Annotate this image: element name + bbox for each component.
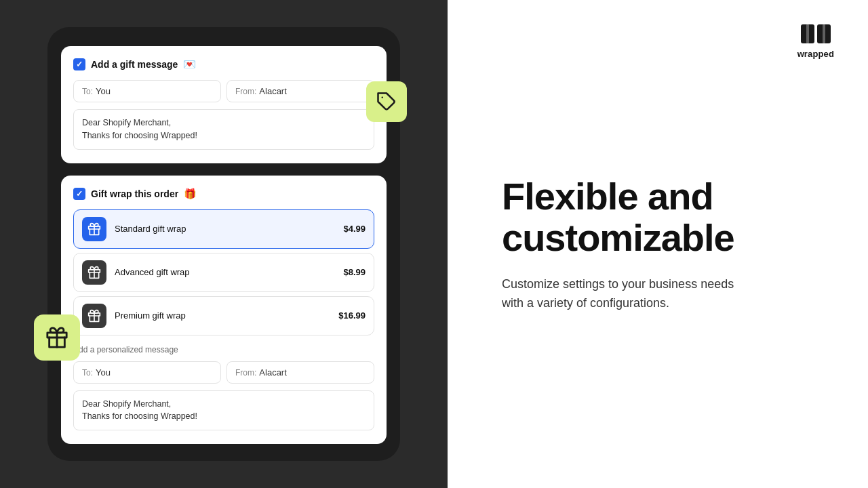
svg-rect-12 bbox=[823, 24, 825, 43]
card1-to-field[interactable]: To:You bbox=[73, 80, 221, 102]
card2-message[interactable]: Dear Shopify Merchant,Thanks for choosin… bbox=[73, 390, 374, 431]
wrap-option-standard[interactable]: Standard gift wrap $4.99 bbox=[73, 209, 374, 249]
card1-message[interactable]: Dear Shopify Merchant,Thanks for choosin… bbox=[73, 109, 374, 150]
phone-mockup: Add a gift message 💌 To:You From:Alacart… bbox=[47, 27, 400, 461]
tag-icon-float bbox=[366, 81, 407, 122]
card2-to-field[interactable]: To:You bbox=[73, 361, 221, 384]
logo-text: wrapped bbox=[797, 49, 834, 59]
card2-title: Gift wrap this order bbox=[91, 188, 178, 199]
wrap-label-standard: Standard gift wrap bbox=[115, 224, 335, 234]
card2-to-label: To: bbox=[82, 368, 93, 378]
card2-fields-row: To:You From:Alacart bbox=[73, 361, 374, 384]
wrap-option-premium[interactable]: Premium gift wrap $16.99 bbox=[73, 296, 374, 336]
card1-from-label: From: bbox=[235, 87, 256, 96]
card1-to-label: To: bbox=[82, 87, 93, 96]
personalized-label: Add a personalized message bbox=[73, 345, 374, 354]
left-panel: Add a gift message 💌 To:You From:Alacart… bbox=[0, 0, 448, 488]
wrap-icon-advanced bbox=[82, 260, 106, 285]
card1-emoji: 💌 bbox=[183, 58, 196, 70]
card1-header: Add a gift message 💌 bbox=[73, 58, 374, 70]
card2-from-label: From: bbox=[235, 368, 256, 378]
gift-wrap-card: Gift wrap this order 🎁 St bbox=[61, 176, 387, 445]
wrap-icon-premium bbox=[82, 304, 106, 328]
wrap-label-premium: Premium gift wrap bbox=[115, 310, 330, 321]
card1-from-field[interactable]: From:Alacart bbox=[226, 80, 374, 102]
wrap-price-premium: $16.99 bbox=[338, 310, 366, 321]
headline: Flexible andcustomizable bbox=[502, 176, 821, 259]
svg-rect-11 bbox=[806, 24, 809, 43]
card1-title: Add a gift message bbox=[91, 59, 178, 70]
card2-from-field[interactable]: From:Alacart bbox=[226, 361, 374, 384]
card2-to-value: You bbox=[96, 367, 111, 378]
wrap-price-standard: $4.99 bbox=[343, 224, 366, 234]
card2-emoji: 🎁 bbox=[184, 188, 197, 200]
card2-from-value: Alacart bbox=[259, 367, 286, 378]
wrap-price-advanced: $8.99 bbox=[343, 267, 366, 277]
wrap-option-advanced[interactable]: Advanced gift wrap $8.99 bbox=[73, 253, 374, 292]
wrapped-logo: wrapped bbox=[797, 22, 834, 59]
card2-header: Gift wrap this order 🎁 bbox=[73, 188, 374, 200]
logo-svg bbox=[800, 22, 832, 46]
wrap-icon-standard bbox=[82, 217, 106, 241]
gift-message-card: Add a gift message 💌 To:You From:Alacart… bbox=[61, 46, 387, 163]
right-panel: wrapped Flexible andcustomizable Customi… bbox=[448, 0, 868, 488]
gift-icon-float bbox=[34, 314, 80, 361]
card1-from-value: Alacart bbox=[259, 86, 286, 96]
wrap-label-advanced: Advanced gift wrap bbox=[115, 267, 335, 277]
wrap-options-list: Standard gift wrap $4.99 Advan bbox=[73, 209, 374, 336]
card1-fields-row: To:You From:Alacart bbox=[73, 80, 374, 102]
subtext: Customize settings to your business need… bbox=[502, 275, 821, 313]
card1-to-value: You bbox=[96, 86, 111, 96]
card2-checkbox[interactable] bbox=[73, 188, 85, 200]
card1-checkbox[interactable] bbox=[73, 58, 85, 70]
